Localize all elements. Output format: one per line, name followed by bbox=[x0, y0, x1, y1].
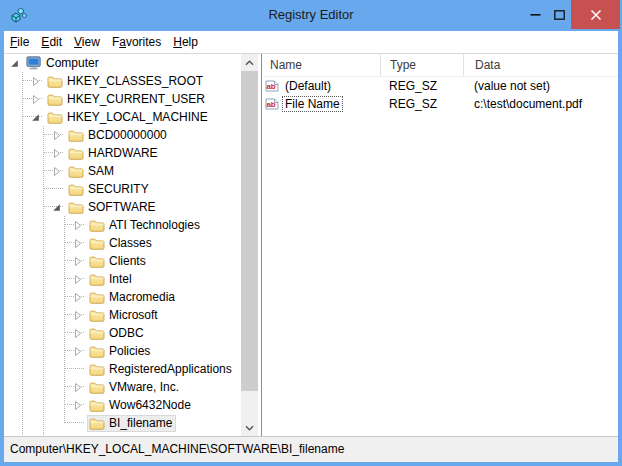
tree-node-intel[interactable]: Intel bbox=[87, 271, 136, 288]
tree-expander-collapsed-icon[interactable] bbox=[71, 381, 84, 394]
tree-item-classes[interactable]: Classes bbox=[4, 234, 241, 252]
folder-icon bbox=[89, 308, 105, 322]
values-pane: NameTypeData ab(Default)REG_SZ(value not… bbox=[263, 54, 618, 436]
minimize-dash-icon bbox=[530, 9, 541, 20]
tree-item-label: HKEY_CLASSES_ROOT bbox=[67, 74, 203, 88]
tree-node-classes[interactable]: Classes bbox=[87, 235, 156, 252]
tree-item-ati-technologies[interactable]: ATI Technologies bbox=[4, 216, 241, 234]
tree-expander-collapsed-icon[interactable] bbox=[71, 219, 84, 232]
tree-node-computer[interactable]: Computer bbox=[24, 55, 103, 72]
scroll-up-button[interactable] bbox=[241, 54, 258, 71]
tree-expander-collapsed-icon[interactable] bbox=[50, 147, 63, 160]
chevron-down-icon bbox=[245, 425, 254, 431]
tree-item-security[interactable]: SECURITY bbox=[4, 180, 241, 198]
tree-scrollbar[interactable] bbox=[241, 54, 258, 436]
value-name: (Default) bbox=[282, 78, 334, 94]
tree-item-microsoft[interactable]: Microsoft bbox=[4, 306, 241, 324]
menu-view[interactable]: View bbox=[68, 31, 106, 53]
folder-icon bbox=[89, 380, 105, 394]
menu-help[interactable]: Help bbox=[167, 31, 204, 53]
tree-expander-expanded-icon[interactable] bbox=[50, 201, 63, 214]
value-row-default[interactable]: ab(Default)REG_SZ(value not set) bbox=[263, 77, 618, 95]
tree-item-intel[interactable]: Intel bbox=[4, 270, 241, 288]
tree-item-wow6432node[interactable]: Wow6432Node bbox=[4, 396, 241, 414]
menu-edit[interactable]: Edit bbox=[35, 31, 68, 53]
menu-favorites[interactable]: Favorites bbox=[106, 31, 167, 53]
tree-item-hkey-local-machine[interactable]: HKEY_LOCAL_MACHINE bbox=[4, 108, 241, 126]
maximize-button[interactable] bbox=[550, 0, 568, 29]
tree-item-label: Intel bbox=[109, 272, 132, 286]
tree-expander-collapsed-icon[interactable] bbox=[50, 165, 63, 178]
scrollbar-thumb[interactable] bbox=[241, 71, 258, 391]
tree-item-computer[interactable]: Computer bbox=[4, 54, 241, 72]
tree-item-label: Microsoft bbox=[109, 308, 158, 322]
value-type: REG_SZ bbox=[380, 97, 463, 111]
tree-item-label: SECURITY bbox=[88, 182, 149, 196]
tree-node-hkey-classes-root[interactable]: HKEY_CLASSES_ROOT bbox=[45, 73, 207, 90]
minimize-button[interactable] bbox=[526, 0, 544, 29]
column-header-data[interactable]: Data bbox=[463, 54, 618, 76]
tree-item-software[interactable]: SOFTWARE bbox=[4, 198, 241, 216]
tree-expander-collapsed-icon[interactable] bbox=[71, 309, 84, 322]
tree-node-hkey-local-machine[interactable]: HKEY_LOCAL_MACHINE bbox=[45, 109, 212, 126]
tree-expander-collapsed-icon[interactable] bbox=[50, 129, 63, 142]
tree-item-odbc[interactable]: ODBC bbox=[4, 324, 241, 342]
tree-expander-collapsed-icon[interactable] bbox=[71, 255, 84, 268]
tree-item-clients[interactable]: Clients bbox=[4, 252, 241, 270]
tree-node-hkey-current-user[interactable]: HKEY_CURRENT_USER bbox=[45, 91, 209, 108]
tree-node-software[interactable]: SOFTWARE bbox=[66, 199, 160, 216]
tree-item-hkey-current-user[interactable]: HKEY_CURRENT_USER bbox=[4, 90, 241, 108]
close-button[interactable] bbox=[571, 0, 620, 29]
tree-item-bi-filename[interactable]: BI_filename bbox=[4, 414, 241, 432]
value-row-file-name[interactable]: abFile NameREG_SZc:\test\document.pdf bbox=[263, 95, 618, 113]
tree-expander-expanded-icon[interactable] bbox=[8, 57, 21, 70]
tree-node-odbc[interactable]: ODBC bbox=[87, 325, 148, 342]
tree-item-policies[interactable]: Policies bbox=[4, 342, 241, 360]
scroll-down-button[interactable] bbox=[241, 419, 258, 436]
tree-node-security[interactable]: SECURITY bbox=[66, 181, 153, 198]
tree-node-macromedia[interactable]: Macromedia bbox=[87, 289, 179, 306]
tree-node-bi-filename[interactable]: BI_filename bbox=[87, 415, 176, 432]
tree-node-clients[interactable]: Clients bbox=[87, 253, 150, 270]
string-value-icon: ab bbox=[265, 98, 279, 110]
column-header-type[interactable]: Type bbox=[380, 54, 463, 76]
tree-item-macromedia[interactable]: Macromedia bbox=[4, 288, 241, 306]
tree-node-hardware[interactable]: HARDWARE bbox=[66, 145, 162, 162]
tree-expander-collapsed-icon[interactable] bbox=[71, 273, 84, 286]
tree-node-bcd00000000[interactable]: BCD00000000 bbox=[66, 127, 171, 144]
folder-icon bbox=[89, 416, 105, 430]
folder-icon bbox=[89, 218, 105, 232]
tree-expander-expanded-icon[interactable] bbox=[29, 111, 42, 124]
titlebar[interactable]: Registry Editor bbox=[0, 0, 622, 31]
menu-file[interactable]: File bbox=[4, 31, 35, 53]
expander-placeholder bbox=[71, 363, 84, 376]
tree-node-ati-technologies[interactable]: ATI Technologies bbox=[87, 217, 204, 234]
value-name-cell: ab(Default) bbox=[263, 78, 380, 94]
tree-item-hkey-classes-root[interactable]: HKEY_CLASSES_ROOT bbox=[4, 72, 241, 90]
tree-expander-collapsed-icon[interactable] bbox=[29, 75, 42, 88]
folder-icon bbox=[47, 110, 63, 124]
tree-item-registeredapplications[interactable]: RegisteredApplications bbox=[4, 360, 241, 378]
tree-item-bcd00000000[interactable]: BCD00000000 bbox=[4, 126, 241, 144]
tree-expander-collapsed-icon[interactable] bbox=[29, 93, 42, 106]
tree-item-label: ATI Technologies bbox=[109, 218, 200, 232]
value-type: REG_SZ bbox=[380, 79, 463, 93]
tree-expander-collapsed-icon[interactable] bbox=[71, 399, 84, 412]
tree-item-vmware-inc[interactable]: VMware, Inc. bbox=[4, 378, 241, 396]
tree-node-wow6432node[interactable]: Wow6432Node bbox=[87, 397, 195, 414]
tree-expander-collapsed-icon[interactable] bbox=[71, 345, 84, 358]
tree-item-sam[interactable]: SAM bbox=[4, 162, 241, 180]
tree-node-policies[interactable]: Policies bbox=[87, 343, 154, 360]
tree-expander-collapsed-icon[interactable] bbox=[71, 327, 84, 340]
tree-node-registeredapplications[interactable]: RegisteredApplications bbox=[87, 361, 236, 378]
tree-node-sam[interactable]: SAM bbox=[66, 163, 118, 180]
svg-text:ab: ab bbox=[266, 82, 275, 91]
tree-item-hardware[interactable]: HARDWARE bbox=[4, 144, 241, 162]
tree-expander-collapsed-icon[interactable] bbox=[71, 291, 84, 304]
tree-node-vmware-inc[interactable]: VMware, Inc. bbox=[87, 379, 183, 396]
values-header: NameTypeData bbox=[263, 54, 618, 77]
expander-placeholder bbox=[71, 417, 84, 430]
column-header-name[interactable]: Name bbox=[263, 54, 380, 76]
tree-node-microsoft[interactable]: Microsoft bbox=[87, 307, 162, 324]
tree-expander-collapsed-icon[interactable] bbox=[71, 237, 84, 250]
